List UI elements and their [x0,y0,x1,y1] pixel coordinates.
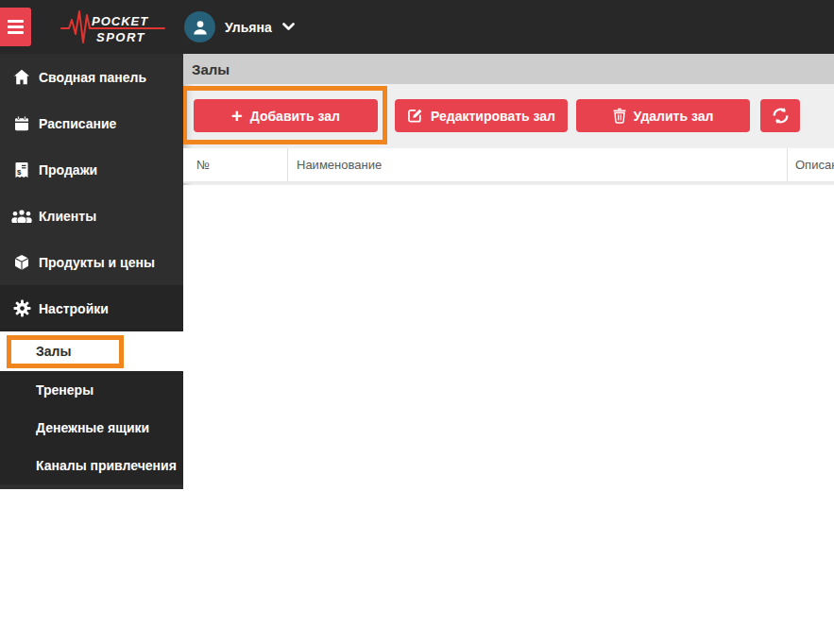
sidebar-item-clients[interactable]: Клиенты [0,193,183,239]
sidebar-subitem-label: Денежные ящики [36,420,149,435]
sidebar-item-schedule[interactable]: Расписание [0,100,183,146]
calendar-icon [10,115,33,132]
sidebar-subitem-trainers[interactable]: Тренеры [0,371,183,409]
sidebar-item-settings[interactable]: Настройки [0,285,183,331]
hamburger-icon [8,17,24,37]
settings-section: Настройки Залы Тренеры Денежные ящики Ка… [0,285,183,484]
page: POCKET SPORT Ульяна [0,0,834,644]
main-content: Залы + Добавить зал Редактировать зал [183,54,834,489]
edit-icon [407,108,423,124]
avatar [184,11,215,42]
sidebar-item-label: Настройки [39,301,109,316]
sidebar-item-label: Клиенты [39,209,96,224]
sidebar-subitem-halls[interactable]: Залы [0,331,183,371]
add-hall-label: Добавить зал [250,109,340,124]
logo-text-bottom: SPORT [96,30,145,44]
user-name: Ульяна [225,20,272,35]
column-header-name[interactable]: Наименование [287,148,787,181]
sidebar-item-label: Сводная панель [39,70,146,85]
column-header-number[interactable]: № [183,148,287,181]
edit-hall-label: Редактировать зал [431,109,555,124]
toolbar: + Добавить зал Редактировать зал [183,84,834,148]
trash-icon [613,108,626,124]
home-icon [10,69,33,85]
user-menu[interactable]: Ульяна [184,0,295,54]
plus-icon: + [231,108,243,125]
chevron-down-icon [282,23,295,31]
menu-toggle-button[interactable] [0,8,31,46]
gear-icon [10,299,33,317]
delete-hall-label: Удалить зал [634,109,714,124]
sidebar-item-products[interactable]: Продукты и цены [0,239,183,285]
sidebar-item-label: Продажи [39,162,97,178]
table-body [183,185,834,489]
page-title: Залы [183,54,834,84]
topbar: POCKET SPORT Ульяна [0,0,834,54]
sidebar-subitem-cashboxes[interactable]: Денежные ящики [0,409,183,447]
sidebar-subitem-label: Каналы привлечения [36,458,177,473]
delete-hall-button[interactable]: Удалить зал [576,99,750,132]
person-icon [192,19,209,36]
logo-text-top: POCKET [92,14,148,28]
sidebar-item-dashboard[interactable]: Сводная панель [0,54,183,100]
sidebar-item-label: Продукты и цены [39,255,155,270]
logo[interactable]: POCKET SPORT [60,7,166,48]
svg-text:$: $ [17,167,22,176]
users-icon [10,209,33,223]
cube-icon [10,254,33,271]
receipt-icon: $ [10,161,33,178]
column-header-description[interactable]: Описание [787,148,834,181]
sidebar-item-sales[interactable]: $ Продажи [0,146,183,193]
add-hall-button[interactable]: + Добавить зал [194,99,378,132]
sidebar-subitem-channels[interactable]: Каналы привлечения [0,447,183,484]
sidebar-item-label: Расписание [39,116,116,131]
refresh-button[interactable] [760,99,800,132]
table-header: № Наименование Описание [183,148,834,183]
logo-pulse-icon: POCKET SPORT [60,7,166,48]
sidebar-subitem-label: Залы [36,344,71,359]
refresh-icon [772,107,790,125]
sidebar: Сводная панель Расписание [0,54,183,489]
settings-submenu: Залы Тренеры Денежные ящики Каналы привл… [0,331,183,484]
sidebar-subitem-label: Тренеры [36,382,94,398]
app-window: POCKET SPORT Ульяна [0,0,834,489]
edit-hall-button[interactable]: Редактировать зал [395,99,568,132]
